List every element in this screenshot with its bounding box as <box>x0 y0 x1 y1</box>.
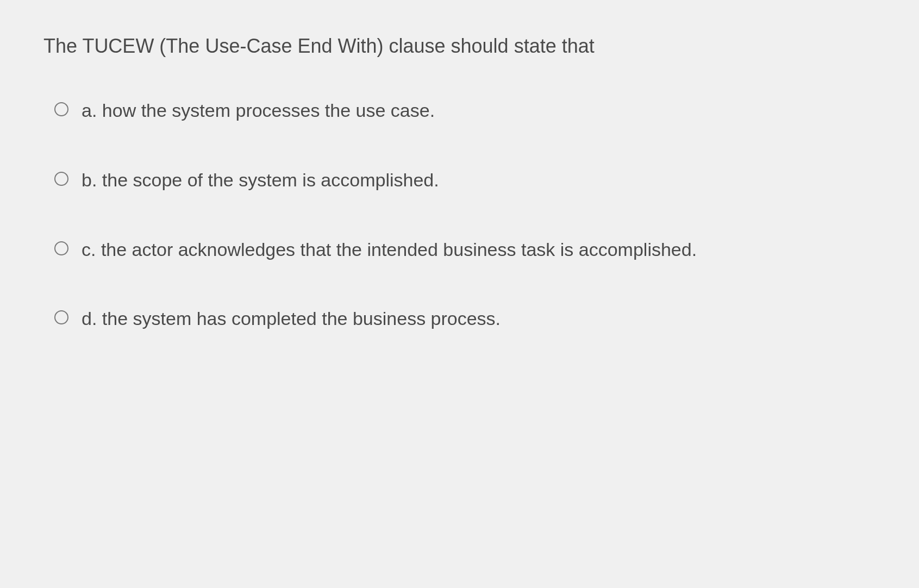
options-list: a. how the system processes the use case… <box>43 98 876 331</box>
option-content: the actor acknowledges that the intended… <box>101 239 697 260</box>
option-content: the scope of the system is accomplished. <box>102 170 439 190</box>
question-container: The TUCEW (The Use-Case End With) clause… <box>43 33 876 332</box>
option-text-wrapper: c. the actor acknowledges that the inten… <box>82 237 697 263</box>
option-label: a. <box>82 100 97 121</box>
radio-c[interactable] <box>54 241 68 255</box>
option-text-wrapper: a. how the system processes the use case… <box>82 98 435 124</box>
option-a[interactable]: a. how the system processes the use case… <box>54 98 876 124</box>
option-content: how the system processes the use case. <box>102 100 435 121</box>
option-d[interactable]: d. the system has completed the business… <box>54 306 876 332</box>
option-text-wrapper: b. the scope of the system is accomplish… <box>82 167 439 193</box>
option-b[interactable]: b. the scope of the system is accomplish… <box>54 167 876 193</box>
radio-d[interactable] <box>54 310 68 324</box>
option-content: the system has completed the business pr… <box>102 308 501 329</box>
radio-a[interactable] <box>54 102 68 116</box>
question-text: The TUCEW (The Use-Case End With) clause… <box>43 33 876 60</box>
option-label: b. <box>82 170 97 190</box>
option-text-wrapper: d. the system has completed the business… <box>82 306 501 332</box>
radio-b[interactable] <box>54 172 68 186</box>
option-label: d. <box>82 308 97 329</box>
option-c[interactable]: c. the actor acknowledges that the inten… <box>54 237 876 263</box>
option-label: c. <box>82 239 96 260</box>
